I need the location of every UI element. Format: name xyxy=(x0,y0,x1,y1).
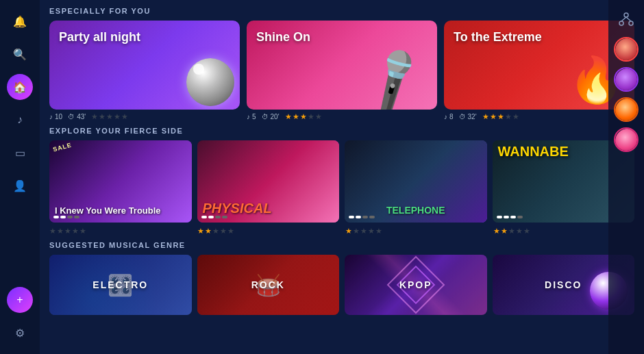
songs-stats-row: ★ ★ ★ ★ ★ ★ ★ ★ ★ ★ ★ ★ ★ ★ ★ xyxy=(49,227,634,236)
sidebar-search[interactable]: 🔍 xyxy=(7,41,33,67)
star-e2: ★ xyxy=(490,112,497,121)
star-4: ★ xyxy=(114,112,121,121)
song-title-telephone: TELEPHONE xyxy=(386,205,445,216)
seg4 xyxy=(74,216,79,218)
sidebar-bell[interactable]: 🔔 xyxy=(7,8,33,34)
svg-point-2 xyxy=(629,21,633,25)
song-card-physical[interactable]: PHYSICAL xyxy=(197,140,340,223)
genre-section-title: SUGGESTED MUSICAL GENRE xyxy=(49,241,634,249)
w-seg1 xyxy=(497,216,502,218)
stat-duration-shine: ⏱ 20' xyxy=(262,113,280,121)
featured-stats-party: ♪ 10 ⏱ 43' ★ ★ ★ ★ ★ xyxy=(49,112,240,121)
progress-bar-wannabe xyxy=(497,216,523,218)
right-avatar-2[interactable] xyxy=(614,67,639,92)
song-card-telephone[interactable]: TELEPHONE xyxy=(345,140,487,223)
featured-card-extreme[interactable]: To the Extreme 🔥 xyxy=(444,21,634,110)
star-3: ★ xyxy=(106,112,113,121)
star-e4: ★ xyxy=(505,112,512,121)
stars-extreme: ★ ★ ★ ★ ★ xyxy=(482,112,519,121)
featured-row: Party all night Shine On 🎤 To the Extrem… xyxy=(49,21,634,110)
star-2: ★ xyxy=(99,112,106,121)
stat-songs-party: ♪ 10 xyxy=(49,113,62,121)
sidebar-settings[interactable]: ⚙ xyxy=(7,320,33,346)
genre-label-kpop: KPOP xyxy=(399,279,432,290)
duration-party: 43' xyxy=(77,113,86,121)
stars-wannabe: ★ ★ ★ ★ ★ xyxy=(493,227,530,236)
song-stats-telephone: ★ ★ ★ ★ ★ xyxy=(345,227,486,236)
card-title-party: Party all night xyxy=(59,30,140,45)
sidebar-profile[interactable]: 👤 xyxy=(7,173,33,199)
clock-icon-extreme: ⏱ xyxy=(459,113,466,121)
songs-row: SALE I Knew You Were Trouble PHYSICAL xyxy=(49,140,634,223)
svg-line-3 xyxy=(621,17,626,21)
w-seg4 xyxy=(517,216,523,218)
right-panel xyxy=(608,0,644,354)
sidebar-music[interactable]: ♪ xyxy=(7,107,33,133)
t-seg3 xyxy=(362,216,368,218)
seg3 xyxy=(67,216,73,218)
w-seg2 xyxy=(504,216,509,218)
featured-stats-shine: ♪ 5 ⏱ 20' ★ ★ ★ ★ ★ xyxy=(247,112,437,121)
svg-point-1 xyxy=(619,21,623,25)
t-seg2 xyxy=(356,216,361,218)
song-stats-trouble: ★ ★ ★ ★ ★ xyxy=(49,227,190,236)
sidebar-screen[interactable]: ▭ xyxy=(7,140,33,166)
svg-point-0 xyxy=(624,13,628,17)
featured-stats-row: ♪ 10 ⏱ 43' ★ ★ ★ ★ ★ ♪ 5 ⏱ 20' xyxy=(49,112,634,121)
stat-songs-shine: ♪ 5 xyxy=(247,113,256,121)
stars-shine: ★ ★ ★ ★ ★ xyxy=(285,112,322,121)
seg1 xyxy=(53,216,59,218)
genre-row: 🎛️ ELECTRO 🥁 ROCK KPOP DISCO xyxy=(49,255,634,315)
genre-card-kpop[interactable]: KPOP xyxy=(345,255,487,315)
t-seg1 xyxy=(349,216,354,218)
music-note-icon-3: ♪ xyxy=(444,113,447,121)
song-title-trouble: I Knew You Were Trouble xyxy=(55,206,161,216)
duration-extreme: 32' xyxy=(468,113,477,121)
right-avatar-1[interactable] xyxy=(614,37,639,62)
stars-party: ★ ★ ★ ★ ★ xyxy=(91,112,128,121)
stat-songs-extreme: ♪ 8 xyxy=(444,113,454,121)
genre-label-electro: ELECTRO xyxy=(92,279,148,290)
right-avatar-4[interactable] xyxy=(614,127,639,152)
songs-count-shine: 5 xyxy=(252,113,256,121)
star-s2: ★ xyxy=(293,112,299,121)
clock-icon-party: ⏱ xyxy=(68,113,75,121)
genre-card-rock[interactable]: 🥁 ROCK xyxy=(197,255,340,315)
sidebar: 🔔 🔍 🏠 ♪ ▭ 👤 + ⚙ xyxy=(0,0,40,354)
songs-count-party: 10 xyxy=(55,113,62,121)
explore-section-title: EXPLORE YOUR FIERCE SIDE xyxy=(49,127,634,135)
music-note-icon: ♪ xyxy=(49,113,53,121)
network-icon[interactable] xyxy=(614,7,639,31)
star-s3: ★ xyxy=(300,112,307,121)
progress-bar-telephone xyxy=(349,216,375,218)
seg2 xyxy=(60,216,66,218)
duration-shine: 20' xyxy=(271,113,280,121)
genre-card-electro[interactable]: 🎛️ ELECTRO xyxy=(49,255,192,315)
progress-bar-physical xyxy=(201,216,227,218)
stars-physical: ★ ★ ★ ★ ★ xyxy=(197,227,234,236)
right-avatar-3[interactable] xyxy=(614,97,639,122)
p-seg2 xyxy=(208,216,214,218)
progress-bar-trouble xyxy=(53,216,79,218)
stars-trouble: ★ ★ ★ ★ ★ xyxy=(49,227,86,236)
p-seg3 xyxy=(215,216,221,218)
star-e1: ★ xyxy=(482,112,489,121)
featured-stats-extreme: ♪ 8 ⏱ 32' ★ ★ ★ ★ ★ xyxy=(444,112,634,121)
w-seg3 xyxy=(510,216,516,218)
sidebar-home[interactable]: 🏠 xyxy=(7,74,33,100)
featured-section-title: ESPECIALLY FOR YOU xyxy=(49,7,634,15)
song-card-trouble[interactable]: SALE I Knew You Were Trouble xyxy=(49,140,192,223)
main-content: ESPECIALLY FOR YOU Party all night Shine… xyxy=(40,0,644,354)
genre-label-rock: ROCK xyxy=(251,279,285,290)
star-5: ★ xyxy=(121,112,128,121)
star-e5: ★ xyxy=(512,112,519,121)
featured-card-party[interactable]: Party all night xyxy=(49,21,240,110)
p-seg4 xyxy=(222,216,227,218)
star-s5: ★ xyxy=(315,112,322,121)
genre-label-disco: DISCO xyxy=(545,279,582,290)
card-title-extreme: To the Extreme xyxy=(454,30,542,45)
sidebar-add[interactable]: + xyxy=(7,287,33,313)
star-s4: ★ xyxy=(308,112,314,121)
stat-duration-party: ⏱ 43' xyxy=(68,113,86,121)
featured-card-shine[interactable]: Shine On 🎤 xyxy=(247,21,437,110)
